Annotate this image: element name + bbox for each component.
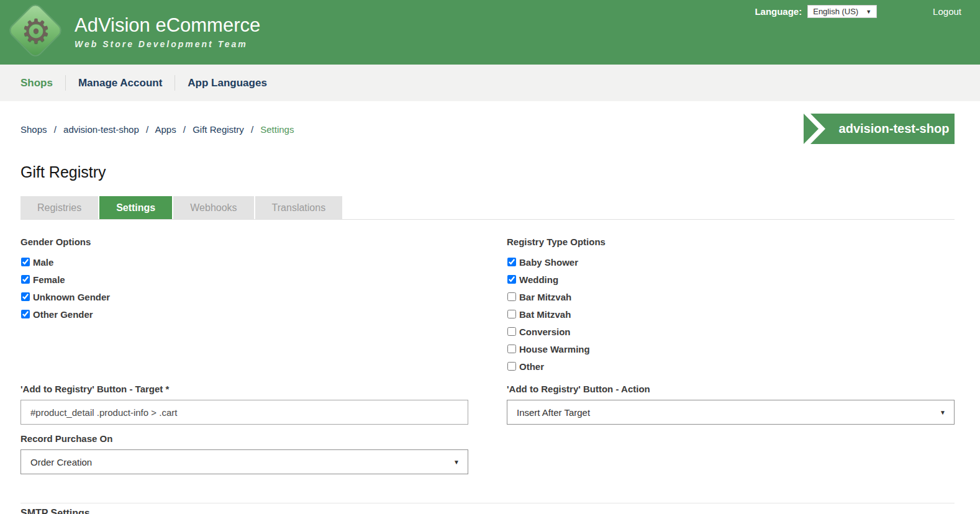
gear-icon: ⚙ <box>7 4 65 58</box>
action-field-label: 'Add to Registry' Button - Action <box>507 384 955 394</box>
nav-divider <box>175 75 175 91</box>
logout-link[interactable]: Logout <box>933 6 961 17</box>
target-input[interactable] <box>20 400 468 425</box>
checkbox-bat-mitzvah-label: Bat Mitzvah <box>519 309 571 320</box>
chevron-down-icon: ▼ <box>866 9 871 15</box>
breadcrumb-apps[interactable]: Apps <box>155 124 176 135</box>
empty-cell <box>507 425 955 474</box>
checkbox-bar-mitzvah-input[interactable] <box>507 292 516 301</box>
breadcrumb-separator: / <box>146 124 148 135</box>
tab-translations[interactable]: Translations <box>255 196 343 219</box>
checkbox-other-gender[interactable]: Other Gender <box>20 305 468 323</box>
breadcrumb-shops[interactable]: Shops <box>20 124 47 135</box>
ribbon-shop-name: advision-test-shop <box>833 114 955 144</box>
checkbox-wedding-input[interactable] <box>507 275 516 284</box>
breadcrumb-settings-current: Settings <box>260 124 294 135</box>
checkbox-unknown-gender-label: Unknown Gender <box>33 292 110 302</box>
checkbox-conversion-label: Conversion <box>519 327 571 337</box>
checkbox-other-gender-input[interactable] <box>21 310 30 318</box>
checkbox-baby-shower-label: Baby Shower <box>519 257 578 268</box>
nav-item-manage-account[interactable]: Manage Account <box>78 77 162 89</box>
breadcrumb-separator: / <box>183 124 186 135</box>
breadcrumb-separator: / <box>54 124 57 135</box>
breadcrumb-shop-name[interactable]: advision-test-shop <box>63 124 139 135</box>
checkbox-house-warming-input[interactable] <box>507 345 516 353</box>
gender-options-label: Gender Options <box>20 237 468 247</box>
checkbox-bar-mitzvah[interactable]: Bar Mitzvah <box>507 288 955 305</box>
checkbox-other-input[interactable] <box>507 362 516 371</box>
shop-ribbon-badge: advision-test-shop <box>804 114 955 144</box>
checkbox-female[interactable]: Female <box>20 271 468 288</box>
page-title: Gift Registry <box>20 163 955 181</box>
checkbox-male-input[interactable] <box>21 258 30 266</box>
chevron-down-icon: ▼ <box>940 409 946 416</box>
registry-type-options-label: Registry Type Options <box>507 237 955 247</box>
checkbox-baby-shower-input[interactable] <box>507 258 516 266</box>
main-nav: Shops Manage Account App Languages <box>0 65 980 101</box>
language-select-value: English (US) <box>813 7 858 16</box>
checkbox-male[interactable]: Male <box>20 253 468 271</box>
brand-text: AdVision eCommerce Web Store Development… <box>75 16 260 50</box>
brand: ⚙ AdVision eCommerce Web Store Developme… <box>0 4 260 61</box>
content-area: Shops / advision-test-shop / Apps / Gift… <box>0 101 980 514</box>
checkbox-bar-mitzvah-label: Bar Mitzvah <box>519 292 571 302</box>
gender-options-group: Gender Options Male Female Unknown Gende… <box>20 237 468 375</box>
target-field-block: 'Add to Registry' Button - Target * <box>20 384 468 425</box>
tab-registries[interactable]: Registries <box>20 196 98 219</box>
checkbox-unknown-gender-input[interactable] <box>21 292 30 301</box>
smtp-settings-section: SMTP Settings <box>20 503 955 514</box>
chevron-down-icon: ▼ <box>453 459 460 466</box>
checkbox-other-gender-label: Other Gender <box>33 309 93 320</box>
header-actions: Language: English (US) ▼ Logout <box>755 5 961 18</box>
action-field-block: 'Add to Registry' Button - Action Insert… <box>507 384 955 425</box>
smtp-settings-heading: SMTP Settings <box>20 508 955 514</box>
brand-title: AdVision eCommerce <box>75 16 260 36</box>
nav-item-app-languages[interactable]: App Languages <box>188 77 267 89</box>
breadcrumb-separator: / <box>251 124 253 135</box>
checkbox-male-label: Male <box>33 257 53 268</box>
record-purchase-select[interactable]: Order Creation ▼ <box>20 449 468 474</box>
checkbox-unknown-gender[interactable]: Unknown Gender <box>20 288 468 305</box>
checkbox-conversion-input[interactable] <box>507 327 516 336</box>
breadcrumb-gift-registry[interactable]: Gift Registry <box>193 124 244 135</box>
checkbox-house-warming-label: House Warming <box>519 344 590 354</box>
tab-bar: Registries Settings Webhooks Translation… <box>20 196 955 220</box>
nav-divider <box>65 75 66 91</box>
checkbox-other[interactable]: Other <box>507 358 955 375</box>
nav-item-shops[interactable]: Shops <box>20 77 53 89</box>
record-purchase-select-value: Order Creation <box>30 457 92 467</box>
tab-settings[interactable]: Settings <box>99 196 172 219</box>
action-select-value: Insert After Target <box>517 407 590 418</box>
record-purchase-field-block: Record Purchase On Order Creation ▼ <box>20 433 468 474</box>
checkbox-wedding-label: Wedding <box>519 274 558 285</box>
language-label: Language: <box>755 6 802 17</box>
app-header: ⚙ AdVision eCommerce Web Store Developme… <box>0 0 980 65</box>
checkbox-wedding[interactable]: Wedding <box>507 271 955 288</box>
target-field-label: 'Add to Registry' Button - Target * <box>20 384 468 394</box>
language-select[interactable]: English (US) ▼ <box>807 5 877 18</box>
checkbox-house-warming[interactable]: House Warming <box>507 340 955 358</box>
checkbox-other-label: Other <box>519 361 544 372</box>
checkbox-baby-shower[interactable]: Baby Shower <box>507 253 955 271</box>
record-purchase-label: Record Purchase On <box>20 433 468 444</box>
checkbox-female-input[interactable] <box>21 275 30 284</box>
action-select[interactable]: Insert After Target ▼ <box>507 400 955 425</box>
brand-logo: ⚙ <box>7 4 65 61</box>
checkbox-conversion[interactable]: Conversion <box>507 323 955 340</box>
checkbox-bat-mitzvah-input[interactable] <box>507 310 516 318</box>
brand-subtitle: Web Store Development Team <box>75 39 260 49</box>
tab-webhooks[interactable]: Webhooks <box>173 196 253 219</box>
settings-form: Gender Options Male Female Unknown Gende… <box>20 237 955 474</box>
checkbox-female-label: Female <box>33 274 65 285</box>
checkbox-bat-mitzvah[interactable]: Bat Mitzvah <box>507 305 955 323</box>
registry-type-options-group: Registry Type Options Baby Shower Weddin… <box>507 237 955 375</box>
